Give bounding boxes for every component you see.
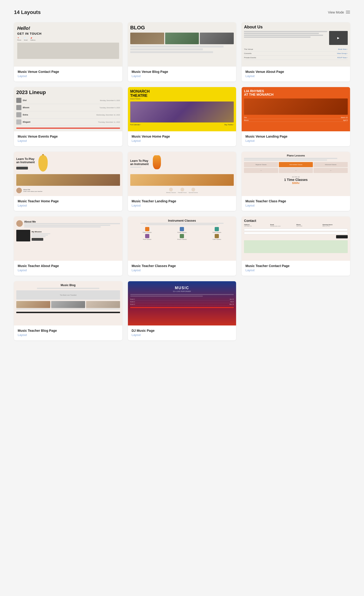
page-header: 14 Layouts View Mode — [14, 9, 350, 15]
layout-type-music-venue-about[interactable]: Layout — [245, 74, 346, 78]
layout-preview-music-teacher-class: Piano Lessons Beginner Classes Intermedi… — [242, 152, 350, 196]
layout-card-music-teacher-home[interactable]: Learn To Playan Instrument About MeLearn… — [14, 152, 122, 211]
layout-name-music-venue-events: Music Venue Events Page — [18, 134, 119, 138]
layout-type-music-teacher-blog[interactable]: Layout — [18, 333, 119, 337]
layout-info-music-venue-events: Music Venue Events PageLayout — [14, 131, 122, 146]
layout-card-music-teacher-about[interactable]: About Me My Mission — [14, 216, 122, 276]
layout-info-music-venue-landing: Music Venue Landing PageLayout — [242, 131, 350, 146]
layout-card-music-venue-contact[interactable]: Hello! GET IN TOUCH 📍Phone ✉️Email 📌Addr… — [14, 22, 122, 82]
layout-info-music-teacher-classes: Music Teacher Classes PageLayout — [128, 261, 236, 276]
layout-info-music-venue-contact: Music Venue Contact PageLayout — [14, 67, 122, 82]
page-title: 14 Layouts — [14, 9, 41, 15]
layout-card-music-venue-landing[interactable]: LIA RHYMESAT THE MONARCH DiviMarch 22 Bl… — [242, 87, 350, 146]
layout-card-music-teacher-class[interactable]: Piano Lessons Beginner Classes Intermedi… — [242, 152, 350, 211]
layout-type-music-teacher-about[interactable]: Layout — [18, 268, 119, 272]
layout-type-music-teacher-class[interactable]: Layout — [245, 204, 346, 207]
layout-info-music-venue-home: Music Venue Home PageLayout — [128, 131, 236, 146]
layout-name-music-teacher-about: Music Teacher About Page — [18, 264, 119, 268]
layout-preview-music-venue-landing: LIA RHYMESAT THE MONARCH DiviMarch 22 Bl… — [242, 87, 350, 131]
layout-type-music-venue-landing[interactable]: Layout — [245, 139, 346, 142]
layout-info-music-teacher-about: Music Teacher About PageLayout — [14, 261, 122, 276]
layout-type-music-teacher-classes[interactable]: Layout — [132, 268, 233, 272]
view-mode-button[interactable]: View Mode — [328, 10, 350, 14]
layout-name-music-venue-blog: Music Venue Blog Page — [132, 70, 233, 74]
layout-name-dj-music: DJ Music Page — [132, 329, 233, 332]
layout-preview-music-venue-blog: BLOG — [128, 22, 236, 67]
layout-name-music-teacher-class: Music Teacher Class Page — [245, 199, 346, 203]
layout-name-music-teacher-home: Music Teacher Home Page — [18, 199, 119, 203]
layout-type-music-teacher-home[interactable]: Layout — [18, 204, 119, 207]
layout-type-dj-music[interactable]: Layout — [132, 333, 233, 337]
layout-preview-music-venue-contact: Hello! GET IN TOUCH 📍Phone ✉️Email 📌Addr… — [14, 22, 122, 67]
layout-info-music-teacher-contact: Music Teacher Contact PageLayout — [242, 261, 350, 276]
layout-preview-music-venue-about: About Us The VenueBook Now › ConcertsVie… — [242, 22, 350, 67]
layout-card-music-teacher-contact[interactable]: Contact Address123 Main St Emailinfo@mus… — [242, 216, 350, 276]
layout-name-music-teacher-blog: Music Teacher Blog Page — [18, 329, 119, 332]
layout-preview-music-teacher-about: About Me My Mission — [14, 216, 122, 261]
layout-card-music-teacher-classes[interactable]: Instrument Classes Piano Classes Guitar … — [128, 216, 236, 276]
layout-preview-music-venue-home: MONARCHTHEATRE Grand Tickets › Full Cale… — [128, 87, 236, 131]
layout-name-music-venue-about: Music Venue About Page — [245, 70, 346, 74]
layout-preview-music-teacher-classes: Instrument Classes Piano Classes Guitar … — [128, 216, 236, 261]
layout-name-music-venue-home: Music Venue Home Page — [132, 134, 233, 138]
layout-info-music-teacher-blog: Music Teacher Blog PageLayout — [14, 326, 122, 340]
layout-preview-dj-music: MUSIC DJ • LIVE PERFORMER Event 1Jan 12 … — [128, 281, 236, 326]
layout-info-music-teacher-home: Music Teacher Home PageLayout — [14, 196, 122, 211]
layout-preview-music-teacher-landing: Learn To Playan Instrument Weekly Classe… — [128, 152, 236, 196]
layout-name-music-venue-contact: Music Venue Contact Page — [18, 70, 119, 74]
layout-preview-music-teacher-contact: Contact Address123 Main St Emailinfo@mus… — [242, 216, 350, 261]
layout-card-dj-music[interactable]: MUSIC DJ • LIVE PERFORMER Event 1Jan 12 … — [128, 281, 236, 340]
layout-type-music-venue-home[interactable]: Layout — [132, 139, 233, 142]
layouts-grid: Hello! GET IN TOUCH 📍Phone ✉️Email 📌Addr… — [14, 22, 350, 340]
layout-card-music-teacher-blog[interactable]: Music Blog The Best Live Traveled — [14, 281, 122, 340]
layout-preview-music-teacher-home: Learn To Playan Instrument About MeLearn… — [14, 152, 122, 196]
layout-name-music-teacher-contact: Music Teacher Contact Page — [245, 264, 346, 268]
layout-type-music-teacher-contact[interactable]: Layout — [245, 268, 346, 272]
layout-type-music-teacher-landing[interactable]: Layout — [132, 204, 233, 207]
view-mode-label: View Mode — [328, 10, 344, 14]
grid-view-icon — [346, 11, 350, 14]
layout-card-music-venue-blog[interactable]: BLOG Music Venue Blog PageLayout — [128, 22, 236, 82]
layout-type-music-venue-blog[interactable]: Layout — [132, 74, 233, 78]
layout-card-music-teacher-landing[interactable]: Learn To Playan Instrument Weekly Classe… — [128, 152, 236, 211]
layout-name-music-teacher-landing: Music Teacher Landing Page — [132, 199, 233, 203]
layout-name-music-teacher-classes: Music Teacher Classes Page — [132, 264, 233, 268]
layout-card-music-venue-about[interactable]: About Us The VenueBook Now › ConcertsVie… — [242, 22, 350, 82]
layout-name-music-venue-landing: Music Venue Landing Page — [245, 134, 346, 138]
layout-preview-music-venue-events: 2023 Lineup Divi Monday, December 8, 202… — [14, 87, 122, 131]
layout-info-music-venue-blog: Music Venue Blog PageLayout — [128, 67, 236, 82]
layout-type-music-venue-events[interactable]: Layout — [18, 139, 119, 142]
layout-card-music-venue-home[interactable]: MONARCHTHEATRE Grand Tickets › Full Cale… — [128, 87, 236, 146]
layout-info-dj-music: DJ Music PageLayout — [128, 326, 236, 340]
layout-info-music-teacher-landing: Music Teacher Landing PageLayout — [128, 196, 236, 211]
layout-type-music-venue-contact[interactable]: Layout — [18, 74, 119, 78]
layout-card-music-venue-events[interactable]: 2023 Lineup Divi Monday, December 8, 202… — [14, 87, 122, 146]
layout-info-music-teacher-class: Music Teacher Class PageLayout — [242, 196, 350, 211]
layout-preview-music-teacher-blog: Music Blog The Best Live Traveled — [14, 281, 122, 326]
layout-info-music-venue-about: Music Venue About PageLayout — [242, 67, 350, 82]
